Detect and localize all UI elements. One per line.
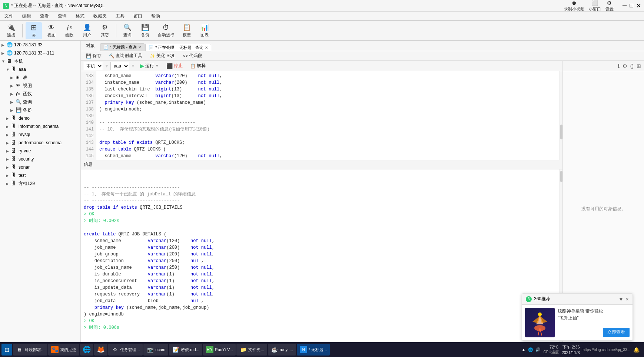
menu-window[interactable]: 窗口 xyxy=(132,12,144,20)
sidebar-item-sonar[interactable]: ▶ 🗄 sonar xyxy=(0,163,80,171)
query-tab-2[interactable]: 📄 * 正在处理 -- 无标题 - 查询 ✕ xyxy=(145,44,211,51)
taskbar-ruoyi-md-icon: 📝 xyxy=(172,346,179,353)
conn1-label: 120.78.181.33 xyxy=(14,42,43,47)
other-btn[interactable]: ⚙ 其它 xyxy=(97,22,113,39)
menu-format[interactable]: 格式 xyxy=(74,12,86,20)
close-btn[interactable]: ✕ xyxy=(636,2,641,9)
stop-btn[interactable]: ⬛ 停止 xyxy=(163,62,186,70)
query-builder-btn[interactable]: 🔨 查询创建工具 xyxy=(107,52,145,60)
info-panel[interactable]: -- --------------------------------- -- … xyxy=(81,169,562,347)
local-label: 本机 xyxy=(14,58,23,65)
taskbar-navicat-btn[interactable]: N * 无标题... xyxy=(297,344,330,356)
sidebar-item-fangjin[interactable]: ▶ 🗄 方框129 xyxy=(0,179,80,188)
taskbar-ruoyi-web-btn[interactable]: RY RuoYi-V... xyxy=(203,344,236,356)
sidebar-item-queries[interactable]: ▶ 🔍 查询 xyxy=(0,98,80,106)
model-btn[interactable]: 📋 模型 xyxy=(179,22,195,39)
minimize-btn[interactable]: ─ xyxy=(623,2,627,9)
sidebar-item-conn2[interactable]: ▶ 🌐 120.78.181.33---111 xyxy=(0,49,80,57)
sidebar-item-demo[interactable]: ▶ 🗄 demo xyxy=(0,114,80,122)
start-btn[interactable]: ⊞ xyxy=(1,344,12,356)
code-snippet-btn[interactable]: <> 代码段 xyxy=(180,52,205,60)
notif-image xyxy=(525,308,555,337)
sidebar-item-local[interactable]: ▼ 🖥 本机 xyxy=(0,57,80,65)
run-btn[interactable]: ▶ 运行 ▼ xyxy=(137,62,162,70)
code-content[interactable]: sched_name varchar(120) not null, instan… xyxy=(96,71,560,160)
sidebar-item-test[interactable]: ▶ 🗄 test xyxy=(0,171,80,179)
db-select[interactable]: aaa xyxy=(110,62,129,70)
user-btn[interactable]: 👤 用户 xyxy=(79,22,95,39)
tab1-close[interactable]: ✕ xyxy=(138,45,141,49)
query-tool-icon: 🔍 xyxy=(123,23,132,32)
object-tab[interactable]: 对象 xyxy=(84,42,97,50)
local-select[interactable]: 本机 xyxy=(83,62,103,70)
view-btn[interactable]: 👁 视图 xyxy=(43,22,60,39)
save-btn[interactable]: 💾 保存 xyxy=(84,52,104,60)
title-bar: N * 正在处理 -- 无标题 - 查询 - Navicat for MySQL… xyxy=(0,0,644,12)
menu-help[interactable]: 帮助 xyxy=(150,12,162,20)
gear-icon[interactable]: ⚙ xyxy=(623,63,627,69)
grid-icon[interactable]: ⊞ xyxy=(637,63,641,69)
sidebar-item-views[interactable]: ▶ 👁 视图 xyxy=(0,82,80,90)
menu-file[interactable]: 文件 xyxy=(3,12,15,20)
notif-action-btn[interactable]: 立即查看 xyxy=(603,328,630,337)
menu-tools[interactable]: 工具 xyxy=(114,12,126,20)
taskbar-env-btn[interactable]: 🖥 环境部署... xyxy=(13,344,47,356)
notification-bell[interactable]: 🔔 xyxy=(633,347,640,353)
record-btn[interactable]: ⏺ 录制小视频 xyxy=(564,0,584,12)
tables-icon: ⊞ xyxy=(16,75,21,80)
menu-favorites[interactable]: 收藏夹 xyxy=(92,12,108,20)
sidebar-item-perf-schema[interactable]: ▶ 🗄 performance_schema xyxy=(0,139,80,147)
taskbar-folder-btn[interactable]: 📁 文件夹... xyxy=(236,344,267,356)
info-label-bar: 信息 xyxy=(81,160,562,169)
connect-btn[interactable]: 🔌 连接 xyxy=(3,22,19,39)
paren-icon[interactable]: () xyxy=(630,63,634,69)
menu-edit[interactable]: 编辑 xyxy=(21,12,33,20)
sidebar-item-conn1[interactable]: ▶ 🌐 120.78.181.33 xyxy=(0,41,80,49)
taskbar-java-btn[interactable]: ☕ ruoyi ... xyxy=(268,344,296,356)
sidebar: ▶ 🌐 120.78.181.33 ▶ 🌐 120.78.181.33---11… xyxy=(0,41,81,347)
notif-collapse-btn[interactable]: ▼ xyxy=(618,296,624,302)
function-btn[interactable]: ƒx 函数 xyxy=(61,22,77,39)
info-icon[interactable]: ℹ xyxy=(618,63,620,69)
menu-query[interactable]: 查询 xyxy=(56,12,68,20)
builder-icon: 🔨 xyxy=(109,53,114,59)
notif-body: 炫酷神兽坐骑 带你轻松"飞升上仙" 立即查看 xyxy=(522,305,633,340)
sidebar-item-backups[interactable]: ▶ 💾 备份 xyxy=(0,106,80,114)
table-btn[interactable]: ⊞ 表 xyxy=(26,22,42,39)
taskbar-task-btn[interactable]: ⚙ 任务管理... xyxy=(108,344,143,356)
explain-btn[interactable]: 📋 解释 xyxy=(187,62,209,70)
sidebar-item-functions[interactable]: ▶ ƒx 函数 xyxy=(0,90,80,98)
mysql-label: mysql xyxy=(19,132,30,137)
menu-view[interactable]: 查看 xyxy=(39,12,50,20)
settings-btn[interactable]: ⚙ 设置 xyxy=(605,0,614,12)
tray-arrow[interactable]: ▲ xyxy=(522,347,526,352)
svg-point-5 xyxy=(538,313,542,316)
sidebar-item-tables[interactable]: ▶ ⊞ 表 xyxy=(0,73,80,82)
taskbar-footprint-btn[interactable]: 🐾 我的足迹 xyxy=(48,344,79,356)
taskbar-edge-btn[interactable]: 🌐 xyxy=(80,344,93,356)
sidebar-item-security[interactable]: ▶ 🗄 security xyxy=(0,155,80,163)
taskbar-ruoyi-md-btn[interactable]: 📝 若依.md... xyxy=(169,344,202,356)
chart-btn[interactable]: 📊 图表 xyxy=(196,22,213,39)
query-tab-1[interactable]: 📄 * 无标题 - 查询 ✕ xyxy=(100,43,145,51)
sidebar-item-ry-vue[interactable]: ▶ 🗄 ry-vue xyxy=(0,147,80,155)
backup-btn[interactable]: 💾 备份 xyxy=(137,22,153,39)
taskbar-firefox-btn[interactable]: 🦊 xyxy=(94,344,107,356)
code-editor[interactable]: 133134135136 137138139140 141142143144 1… xyxy=(81,71,562,160)
sound-icon: 🔊 xyxy=(535,347,541,352)
maximize-btn[interactable]: □ xyxy=(630,2,633,9)
taskbar-ocam-btn[interactable]: 📷 ocam xyxy=(143,344,168,356)
mini-window-btn[interactable]: ⬜ 小窗口 xyxy=(589,0,601,12)
tab2-close[interactable]: ✕ xyxy=(205,46,208,50)
taskbar-java-icon: ☕ xyxy=(271,346,278,353)
notif-close-btn[interactable]: × xyxy=(626,296,629,302)
autorun-btn[interactable]: ⏱ 自动运行 xyxy=(155,22,177,39)
beautify-btn[interactable]: ✨ 美化 SQL xyxy=(147,52,177,60)
function-icon: ƒx xyxy=(65,24,74,32)
tab1-label: * 无标题 - 查询 xyxy=(110,44,137,50)
sidebar-item-mysql[interactable]: ▶ 🗄 mysql xyxy=(0,130,80,139)
sidebar-item-aaa[interactable]: ▼ 🗄 aaa xyxy=(0,65,80,73)
clock[interactable]: 下午 2:36 2021/11/3 xyxy=(562,344,580,355)
sidebar-item-info-schema[interactable]: ▶ 🗄 information_schema xyxy=(0,122,80,130)
query-tool-btn[interactable]: 🔍 查询 xyxy=(119,22,136,39)
